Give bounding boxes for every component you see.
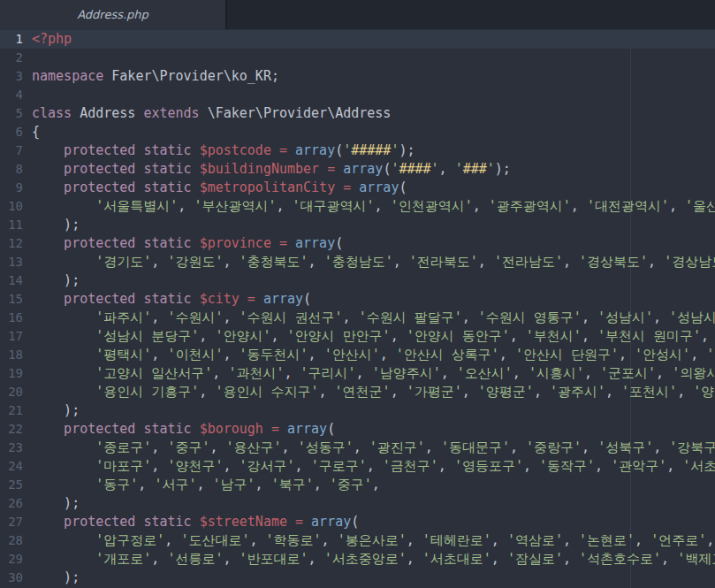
code-line: 22 protected static $borough = array(: [0, 420, 715, 439]
code-text: );: [32, 271, 80, 290]
line-number: 13: [0, 253, 23, 271]
line-number: 7: [0, 141, 23, 160]
line-number: 9: [0, 179, 23, 197]
code-line: 3namespace Faker\Provider\ko_KR;: [0, 67, 715, 86]
code-text: class Address extends \Faker\Provider\Ad…: [32, 104, 391, 123]
code-line: 10 '서울특별시', '부산광역시', '대구광역시', '인천광역시', '…: [0, 197, 715, 216]
code-text: '경기도', '강원도', '충청북도', '충청남도', '전라북도', '전…: [32, 253, 715, 271]
line-number: 19: [0, 364, 23, 383]
line-number: 12: [0, 234, 23, 253]
code-text: protected static $city = array(: [32, 290, 311, 309]
code-line: 4: [0, 86, 715, 104]
line-number: 14: [0, 271, 23, 290]
code-text: );: [32, 569, 80, 587]
code-line: 18 '평택시', '이천시', '동두천시', '안산시', '안산시 상록구…: [0, 346, 715, 364]
code-text: <?php: [32, 30, 72, 49]
line-number: 29: [0, 550, 23, 569]
code-line: 5class Address extends \Faker\Provider\A…: [0, 104, 715, 123]
code-line: 15 protected static $city = array(: [0, 290, 715, 309]
code-text: '파주시', '수원시', '수원시 권선구', '수원시 팔달구', '수원시…: [32, 309, 715, 327]
code-line: 20 '용인시 기흥구', '용인시 수지구', '연천군', '가평군', '…: [0, 383, 715, 401]
line-number: 30: [0, 569, 23, 587]
code-text: '고양시 일산서구', '과천시', '구리시', '남양주시', '오산시',…: [32, 364, 715, 383]
line-number: 8: [0, 160, 23, 179]
code-text: '동구', '서구', '남구', '북구', '중구',: [32, 476, 380, 494]
code-text: '평택시', '이천시', '동두천시', '안산시', '안산시 상록구', …: [32, 346, 715, 364]
code-line: 17 '성남시 분당구', '안양시', '안양시 만안구', '안양시 동안구…: [0, 327, 715, 346]
code-line-current: 1<?php: [0, 30, 715, 49]
line-number: 23: [0, 439, 23, 457]
line-number: 18: [0, 346, 23, 364]
code-line: 9 protected static $metropolitanCity = a…: [0, 179, 715, 197]
code-text: protected static $province = array(: [32, 234, 343, 253]
code-line: 11 );: [0, 216, 715, 234]
code-editor-window: Address.php 1<?php23namespace Faker\Prov…: [0, 0, 715, 588]
line-number: 24: [0, 457, 23, 476]
line-number: 16: [0, 309, 23, 327]
code-text: );: [32, 494, 80, 513]
code-text: '성남시 분당구', '안양시', '안양시 만안구', '안양시 동안구', …: [32, 327, 715, 346]
line-number: 20: [0, 383, 23, 401]
code-line: 29 '개포로', '선릉로', '반포대로', '서초중앙로', '서초대로'…: [0, 550, 715, 569]
code-line: 13 '경기도', '강원도', '충청북도', '충청남도', '전라북도',…: [0, 253, 715, 271]
line-number: 6: [0, 123, 23, 141]
code-text: );: [32, 216, 80, 234]
line-number: 1: [0, 30, 23, 49]
line-number: 10: [0, 197, 23, 216]
code-text: '종로구', '중구', '용산구', '성동구', '광진구', '동대문구'…: [32, 439, 715, 457]
code-line: 30 );: [0, 569, 715, 587]
code-text: '개포로', '선릉로', '반포대로', '서초중앙로', '서초대로', '…: [32, 550, 715, 569]
editor-pane[interactable]: 1<?php23namespace Faker\Provider\ko_KR;4…: [0, 29, 715, 588]
code-text: '서울특별시', '부산광역시', '대구광역시', '인천광역시', '광주광…: [32, 197, 715, 216]
code-line: 14 );: [0, 271, 715, 290]
code-line: 21 );: [0, 401, 715, 420]
line-number: 4: [0, 86, 23, 104]
tab-title: Address.php: [77, 8, 148, 21]
code-line: 12 protected static $province = array(: [0, 234, 715, 253]
code-line: 6{: [0, 123, 715, 141]
code-text: '마포구', '양천구', '강서구', '구로구', '금천구', '영등포구…: [32, 457, 715, 476]
line-number: 21: [0, 401, 23, 420]
code-rows: 1<?php23namespace Faker\Provider\ko_KR;4…: [0, 30, 715, 587]
line-number: 17: [0, 327, 23, 346]
code-line: 23 '종로구', '중구', '용산구', '성동구', '광진구', '동대…: [0, 439, 715, 457]
code-text: protected static $metropolitanCity = arr…: [32, 179, 407, 197]
code-line: 19 '고양시 일산서구', '과천시', '구리시', '남양주시', '오산…: [0, 364, 715, 383]
tab-address-php[interactable]: Address.php: [0, 0, 227, 29]
code-text: '압구정로', '도산대로', '학동로', '봉은사로', '테헤란로', '…: [32, 531, 715, 550]
code-text: protected static $borough = array(: [32, 420, 335, 439]
line-number: 26: [0, 494, 23, 513]
code-text: {: [32, 123, 40, 141]
code-text: protected static $buildingNumber = array…: [32, 160, 511, 179]
code-text: namespace Faker\Provider\ko_KR;: [32, 67, 279, 86]
code-line: 24 '마포구', '양천구', '강서구', '구로구', '금천구', '영…: [0, 457, 715, 476]
line-number: 27: [0, 513, 23, 531]
line-number: 11: [0, 216, 23, 234]
code-line: 26 );: [0, 494, 715, 513]
line-number: 15: [0, 290, 23, 309]
code-text: );: [32, 401, 80, 420]
line-number: 5: [0, 104, 23, 123]
code-line: 7 protected static $postcode = array('##…: [0, 141, 715, 160]
code-line: 28 '압구정로', '도산대로', '학동로', '봉은사로', '테헤란로'…: [0, 531, 715, 550]
code-text: protected static $streetName = array(: [32, 513, 359, 531]
code-line: 27 protected static $streetName = array(: [0, 513, 715, 531]
tab-bar: Address.php: [0, 0, 715, 29]
code-text: protected static $postcode = array('####…: [32, 141, 415, 160]
code-line: 8 protected static $buildingNumber = arr…: [0, 160, 715, 179]
code-line: 25 '동구', '서구', '남구', '북구', '중구',: [0, 476, 715, 494]
code-line: 2: [0, 49, 715, 67]
line-number: 25: [0, 476, 23, 494]
code-line: 16 '파주시', '수원시', '수원시 권선구', '수원시 팔달구', '…: [0, 309, 715, 327]
code-text: '용인시 기흥구', '용인시 수지구', '연천군', '가평군', '양평군…: [32, 383, 715, 401]
line-number: 2: [0, 49, 23, 67]
line-number: 22: [0, 420, 23, 439]
line-number: 28: [0, 531, 23, 550]
line-number: 3: [0, 67, 23, 86]
